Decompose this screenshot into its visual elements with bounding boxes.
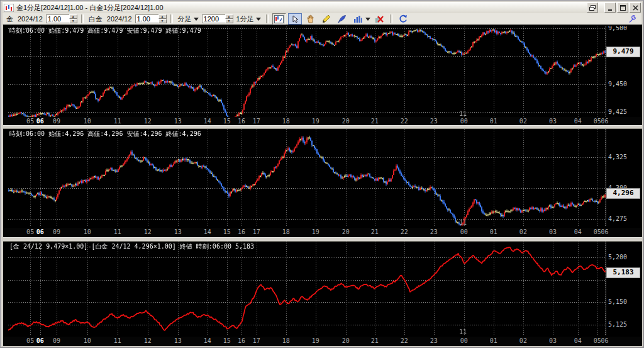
x-axis-tick: 20 xyxy=(342,228,350,235)
platinum-chart-canvas[interactable] xyxy=(8,129,606,226)
x-axis-tick: 05 xyxy=(26,118,34,125)
chevron-down-icon[interactable] xyxy=(365,18,370,21)
x-axis-tick: 03 xyxy=(549,228,557,235)
chart-mode-button[interactable] xyxy=(272,13,286,25)
x-axis-tick: 09 xyxy=(53,228,60,235)
platinum-price-badge: 4,296 xyxy=(606,188,640,199)
x-axis-tick: 13 xyxy=(174,228,182,235)
x-axis-tick: 15 xyxy=(223,337,231,344)
x-axis-tick: 17 xyxy=(253,118,260,125)
select-arrow-icon xyxy=(291,15,299,23)
gold-y-axis: 9,479 9,5009,4509,425 xyxy=(606,26,641,117)
bar-count-spin-buttons[interactable]: ▲▼ xyxy=(225,14,233,23)
pencil-icon xyxy=(322,14,331,23)
gold-chart-canvas[interactable] xyxy=(8,26,606,117)
pan-tool-button[interactable] xyxy=(304,13,318,25)
date-marker: 11 xyxy=(459,110,467,117)
platinum-info-line: 時刻:06:00 始値:4,296 高値:4,296 安値:4,296 終値:4… xyxy=(9,130,201,138)
gold-month-label[interactable]: 2024/12 xyxy=(16,15,44,23)
refresh-icon xyxy=(399,14,408,23)
spread-plot[interactable]: [金 24/12 9,479×1.00]-[白金 24/12 4,296×1.0… xyxy=(8,242,606,335)
x-axis-tick: 04 xyxy=(574,337,582,344)
gold-x-axis: 0506091011121314151617181920212223000102… xyxy=(3,117,642,125)
y-axis-label: 9,500 xyxy=(608,26,627,31)
platinum-multiplier-input[interactable] xyxy=(135,14,158,23)
chart-mode-icon xyxy=(274,15,284,23)
chevron-down-icon xyxy=(194,18,199,21)
toolbar: 金 2024/12 ▲▼ 白金 2024/12 ▲▼ 分足 ▲▼ 1分足 xyxy=(3,13,641,25)
x-axis-tick: 20 xyxy=(342,118,350,125)
chevron-down-icon xyxy=(256,18,261,21)
x-axis-tick: 17 xyxy=(253,337,260,344)
refresh-button[interactable] xyxy=(396,13,410,25)
x-axis-tick: 23 xyxy=(430,118,438,125)
x-axis-tick: 11 xyxy=(114,337,121,344)
toolbar-separator xyxy=(81,14,84,23)
gold-multiplier-input[interactable] xyxy=(46,14,69,23)
x-axis-tick: 00 xyxy=(460,118,468,125)
gold-multiplier-spin-buttons[interactable]: ▲▼ xyxy=(69,14,77,23)
x-axis-tick: 09 xyxy=(53,118,60,125)
y-axis-label: 5,125 xyxy=(608,321,627,328)
window-title: 金1分足[2024/12]1.00 - 白金1分足[2024/12]1.00 xyxy=(16,3,164,13)
close-button[interactable] xyxy=(630,3,641,13)
gold-price-badge: 9,479 xyxy=(606,47,640,57)
spread-y-axis: 5,183 5,2005,1505,125 xyxy=(606,242,641,335)
y-axis-label: 9,450 xyxy=(608,81,627,87)
select-tool-button[interactable] xyxy=(288,13,302,25)
title-bar[interactable]: 金1分足[2024/12]1.00 - 白金1分足[2024/12]1.00 xyxy=(3,2,641,13)
x-axis-tick: 11 xyxy=(114,228,121,235)
pen-tool-button[interactable] xyxy=(335,13,349,25)
x-axis-tick: 05 xyxy=(594,228,601,235)
x-axis-tick: 22 xyxy=(401,228,408,235)
x-axis-tick: 02 xyxy=(519,118,527,125)
platinum-month-label[interactable]: 2024/12 xyxy=(106,15,133,23)
chart-area: 時刻:06:00 始値:9,479 高値:9,479 安値:9,479 終値:9… xyxy=(3,25,642,346)
spread-price-badge: 5,183 xyxy=(606,267,640,278)
x-axis-tick: 06 xyxy=(601,337,609,344)
x-axis-tick: 14 xyxy=(204,337,211,344)
x-axis-tick: 05 xyxy=(594,337,601,344)
x-axis-tick: 06 xyxy=(36,337,44,344)
platinum-x-axis: 0506091011121314151617181920212223000102… xyxy=(3,228,642,236)
x-axis-tick: 18 xyxy=(282,337,290,344)
bar-count-input[interactable] xyxy=(202,14,225,23)
clear-indicators-icon xyxy=(375,15,384,23)
x-axis-tick: 19 xyxy=(312,337,319,344)
x-axis-tick: 14 xyxy=(204,228,211,235)
x-axis-tick: 06 xyxy=(601,118,609,125)
x-axis-tick: 12 xyxy=(144,118,152,125)
platinum-multiplier-spin-buttons[interactable]: ▲▼ xyxy=(158,14,167,23)
y-axis-label: 5,150 xyxy=(608,298,627,305)
window-chart-icon xyxy=(4,4,14,12)
period-type-dropdown[interactable]: 分足 xyxy=(177,14,200,24)
x-axis-tick: 05 xyxy=(26,228,34,235)
timeframe-dropdown[interactable]: 1分足 xyxy=(235,14,262,24)
pen-icon xyxy=(338,14,347,23)
x-axis-tick: 21 xyxy=(371,337,379,344)
x-axis-tick: 18 xyxy=(282,228,290,235)
spread-chart-panel: [金 24/12 9,479×1.00]-[白金 24/12 4,296×1.0… xyxy=(3,240,642,346)
bar-chart-icon xyxy=(353,15,362,23)
maximize-button[interactable] xyxy=(617,3,628,13)
indicator-chart-button[interactable] xyxy=(351,13,365,25)
pencil-tool-button[interactable] xyxy=(319,13,333,25)
x-axis-tick: 05 xyxy=(594,118,601,125)
x-axis-tick: 02 xyxy=(519,337,527,344)
spread-info-line: [金 24/12 9,479×1.00]-[白金 24/12 4,296×1.0… xyxy=(9,242,254,251)
spread-chart-canvas[interactable] xyxy=(8,242,606,335)
platinum-chart-panel: 時刻:06:00 始値:4,296 高値:4,296 安値:4,296 終値:4… xyxy=(3,128,642,237)
x-axis-tick: 09 xyxy=(53,337,60,344)
settings-wrench-button[interactable] xyxy=(625,13,639,25)
minimize-button[interactable] xyxy=(604,3,616,13)
x-axis-tick: 15 xyxy=(223,118,231,125)
x-axis-tick: 02 xyxy=(519,228,527,235)
x-axis-tick: 06 xyxy=(601,228,609,235)
float-window-button[interactable] xyxy=(587,3,598,13)
clear-indicators-button[interactable] xyxy=(372,13,386,25)
y-axis-label: 5,200 xyxy=(608,254,627,261)
platinum-plot[interactable]: 時刻:06:00 始値:4,296 高値:4,296 安値:4,296 終値:4… xyxy=(8,129,606,226)
gold-plot[interactable]: 時刻:06:00 始値:9,479 高値:9,479 安値:9,479 終値:9… xyxy=(8,26,606,117)
pan-hand-icon xyxy=(306,14,315,23)
x-axis-tick: 13 xyxy=(174,118,182,125)
